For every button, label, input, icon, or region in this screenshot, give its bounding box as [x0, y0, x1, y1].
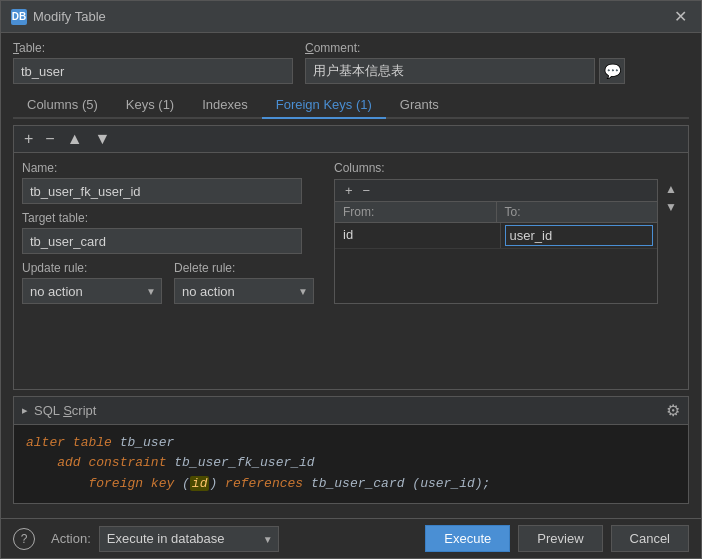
comment-row: 💬	[305, 58, 625, 84]
preview-button[interactable]: Preview	[518, 525, 602, 552]
tab-indexes[interactable]: Indexes	[188, 92, 262, 119]
table-label: Table:	[13, 41, 293, 55]
gear-button[interactable]: ⚙	[666, 401, 680, 420]
title-bar-left: DB Modify Table	[11, 9, 106, 25]
scroll-up-button[interactable]: ▲	[662, 181, 680, 197]
delete-rule-label: Delete rule:	[174, 261, 314, 275]
update-rule-wrapper: no action cascade set null restrict ▼	[22, 278, 162, 304]
fk-content: Name: Target table: Update rule:	[14, 153, 688, 389]
columns-toolbar: + −	[335, 180, 657, 202]
rules-row: Update rule: no action cascade set null …	[22, 261, 322, 304]
dialog-icon: DB	[11, 9, 27, 25]
comment-field-group: Comment: 💬	[305, 41, 625, 84]
comment-input[interactable]	[305, 58, 595, 84]
tab-grants[interactable]: Grants	[386, 92, 453, 119]
columns-data-row: id	[335, 223, 657, 249]
dialog-body: Table: Comment: 💬 Columns (5) Keys (1) I…	[1, 33, 701, 518]
fk-name-input[interactable]	[22, 178, 302, 204]
bottom-buttons: Execute Preview Cancel	[425, 525, 689, 552]
sql-title: SQL Script	[34, 403, 96, 418]
fk-target-group: Target table:	[22, 211, 322, 254]
delete-rule-group: Delete rule: no action cascade set null …	[174, 261, 314, 304]
comment-icon-button[interactable]: 💬	[599, 58, 625, 84]
update-rule-select[interactable]: no action cascade set null restrict	[22, 278, 162, 304]
tab-foreign-keys[interactable]: Foreign Keys (1)	[262, 92, 386, 119]
update-rule-label: Update rule:	[22, 261, 162, 275]
scroll-buttons: ▲ ▼	[662, 179, 680, 304]
action-row: Action: Execute in database Generate SQL…	[51, 526, 279, 552]
title-bar: DB Modify Table ✕	[1, 1, 701, 33]
close-button[interactable]: ✕	[670, 7, 691, 26]
bottom-bar: ? Action: Execute in database Generate S…	[1, 518, 701, 558]
table-field-group: Table:	[13, 41, 293, 84]
delete-rule-wrapper: no action cascade set null restrict ▼	[174, 278, 314, 304]
move-down-button[interactable]: ▼	[91, 130, 115, 148]
execute-button[interactable]: Execute	[425, 525, 510, 552]
fk-name-group: Name:	[22, 161, 322, 204]
comment-label: Comment:	[305, 41, 625, 55]
tab-columns[interactable]: Columns (5)	[13, 92, 112, 119]
sql-header: ▸ SQL Script ⚙	[14, 397, 688, 425]
tabs: Columns (5) Keys (1) Indexes Foreign Key…	[13, 92, 689, 119]
fk-name-label: Name:	[22, 161, 322, 175]
tab-toolbar: + − ▲ ▼	[14, 126, 688, 153]
fk-target-label: Target table:	[22, 211, 322, 225]
fk-top: Name: Target table: Update rule:	[22, 161, 680, 304]
action-select[interactable]: Execute in database Generate SQL script	[99, 526, 279, 552]
fk-left: Name: Target table: Update rule:	[22, 161, 322, 304]
add-button[interactable]: +	[20, 130, 37, 148]
remove-button[interactable]: −	[41, 130, 58, 148]
fk-right: Columns: + − From: To:	[334, 161, 680, 304]
sql-header-left: ▸ SQL Script	[22, 403, 96, 418]
columns-panel: + − From: To: id	[334, 179, 658, 304]
columns-label: Columns:	[334, 161, 680, 175]
table-input[interactable]	[13, 58, 293, 84]
from-header: From:	[335, 202, 497, 222]
action-label: Action:	[51, 531, 91, 546]
to-value[interactable]	[501, 223, 658, 248]
to-header: To:	[497, 202, 658, 222]
columns-header: From: To:	[335, 202, 657, 223]
sql-section: ▸ SQL Script ⚙ alter table tb_user add c…	[13, 396, 689, 504]
columns-remove-button[interactable]: −	[359, 183, 375, 198]
move-up-button[interactable]: ▲	[63, 130, 87, 148]
modify-table-dialog: DB Modify Table ✕ Table: Comment: 💬 Colu…	[0, 0, 702, 559]
update-rule-group: Update rule: no action cascade set null …	[22, 261, 162, 304]
columns-add-button[interactable]: +	[341, 183, 357, 198]
tab-content: + − ▲ ▼ Name: Target table:	[13, 125, 689, 390]
collapse-icon[interactable]: ▸	[22, 404, 28, 417]
help-button[interactable]: ?	[13, 528, 35, 550]
tab-keys[interactable]: Keys (1)	[112, 92, 188, 119]
delete-rule-select[interactable]: no action cascade set null restrict	[174, 278, 314, 304]
table-comment-row: Table: Comment: 💬	[13, 41, 689, 84]
cancel-button[interactable]: Cancel	[611, 525, 689, 552]
dialog-title: Modify Table	[33, 9, 106, 24]
to-value-input[interactable]	[505, 225, 654, 246]
scroll-down-button[interactable]: ▼	[662, 199, 680, 215]
action-select-wrapper: Execute in database Generate SQL script …	[99, 526, 279, 552]
from-value: id	[335, 223, 501, 248]
sql-line-3: foreign key (id) references tb_user_card…	[26, 474, 676, 495]
fk-target-input[interactable]	[22, 228, 302, 254]
sql-body: alter table tb_user add constraint tb_us…	[14, 425, 688, 503]
sql-line-2: add constraint tb_user_fk_user_id	[26, 453, 676, 474]
sql-line-1: alter table tb_user	[26, 433, 676, 454]
